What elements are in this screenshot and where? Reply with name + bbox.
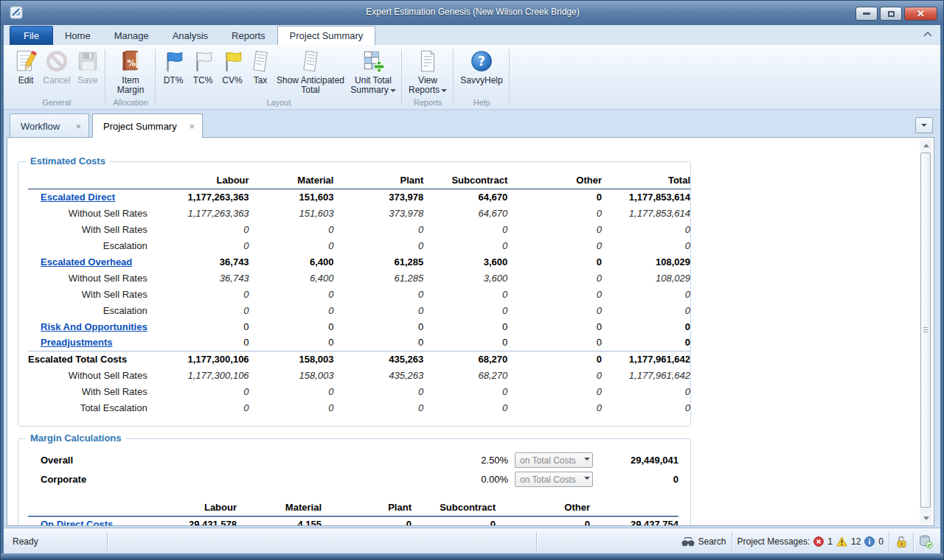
cv-percent-button[interactable]: CV% xyxy=(218,46,247,85)
close-tab-icon[interactable]: × xyxy=(189,122,195,131)
project-messages[interactable]: Project Messages: 1 12 0 xyxy=(738,536,884,547)
show-anticipated-total-button[interactable]: Show Anticipated Total xyxy=(274,46,347,95)
value-cell: 0 xyxy=(322,516,412,526)
estimated-costs-groupbox: Estimated Costs Labour Material Plant Su… xyxy=(18,161,691,427)
close-tab-icon[interactable]: × xyxy=(75,122,81,131)
close-button[interactable]: ✕ xyxy=(904,7,937,21)
savvyhelp-button[interactable]: ? SavvyHelp xyxy=(457,46,507,85)
save-label: Save xyxy=(77,76,97,85)
group-label-help: Help xyxy=(457,97,507,109)
tab-file[interactable]: File xyxy=(10,26,53,45)
overall-percent: 2.50% xyxy=(431,455,508,466)
dt-percent-button[interactable]: DT% xyxy=(159,46,188,85)
search-button[interactable]: Search xyxy=(681,536,726,547)
value-cell: 0 xyxy=(507,399,602,416)
row-label: Escalated Direct xyxy=(28,189,148,205)
scroll-up-button[interactable] xyxy=(920,139,932,151)
value-cell: 0 xyxy=(496,516,590,526)
minimize-button[interactable] xyxy=(856,7,878,21)
vertical-scrollbar[interactable] xyxy=(920,139,932,524)
value-cell: 0 xyxy=(423,237,507,253)
corporate-percent: 0.00% xyxy=(431,474,508,485)
search-label: Search xyxy=(698,536,726,547)
value-cell: 1,177,961,642 xyxy=(602,351,690,367)
risk-and-opportunities-link[interactable]: Risk And Opportunities xyxy=(41,321,148,332)
separator xyxy=(536,532,537,551)
save-button[interactable]: Save xyxy=(73,46,103,85)
info-icon xyxy=(864,536,875,547)
cancel-button[interactable]: Cancel xyxy=(41,46,73,85)
cancel-label: Cancel xyxy=(43,76,70,85)
value-cell: 0 xyxy=(249,399,334,416)
maximize-button[interactable] xyxy=(880,7,902,21)
doc-tab-workflow[interactable]: Workflow × xyxy=(10,113,89,138)
tab-analysis[interactable]: Analysis xyxy=(161,27,220,45)
title-bar: Expert Estimation Genesis (New Wilson Cr… xyxy=(1,1,944,25)
item-margin-button[interactable]: % Item Margin xyxy=(108,46,153,95)
unit-total-summary-button[interactable]: Unit Total Summary xyxy=(347,46,399,95)
value-cell: 0 xyxy=(148,383,249,399)
corporate-basis-select[interactable]: on Total Costs xyxy=(515,472,593,487)
triangle-up-icon xyxy=(923,144,929,147)
cost-row: Preadjustments000000 xyxy=(28,335,690,351)
scrollbar-thumb[interactable] xyxy=(920,153,931,508)
row-label: Without Sell Rates xyxy=(28,367,148,383)
value-cell: 0 xyxy=(507,237,602,253)
value-cell: 0 xyxy=(602,286,690,302)
status-ready: Ready xyxy=(13,536,38,547)
overall-basis-select[interactable]: on Total Costs xyxy=(515,452,593,468)
tab-list-dropdown-button[interactable] xyxy=(915,117,933,133)
value-cell: 0 xyxy=(602,383,690,399)
row-label: With Sell Rates xyxy=(28,383,148,399)
value-cell: 0 xyxy=(333,286,423,302)
tab-reports[interactable]: Reports xyxy=(220,27,277,45)
database-status-icon[interactable] xyxy=(919,535,933,548)
cost-row: With Sell Rates000000 xyxy=(28,221,690,237)
col-subcontract: Subcontract xyxy=(423,168,507,189)
group-label-reports: Reports xyxy=(405,97,451,109)
value-cell: 0 xyxy=(423,335,507,351)
ribbon: Edit Cancel Save General xyxy=(4,45,940,110)
blue-flag-icon xyxy=(161,49,186,74)
value-cell: 0 xyxy=(249,302,334,318)
preadjustments-link[interactable]: Preadjustments xyxy=(41,337,113,348)
value-cell: 64,670 xyxy=(423,189,507,205)
cost-row: Risk And Opportunities000000 xyxy=(28,318,690,335)
application-window: { "window": { "title": "Expert Estimatio… xyxy=(0,0,944,560)
white-flag-icon xyxy=(190,49,215,74)
tab-project-summary[interactable]: Project Summary xyxy=(277,26,376,45)
value-cell: 435,263 xyxy=(333,367,423,383)
group-label-allocation: Allocation xyxy=(108,97,153,109)
value-cell: 0 xyxy=(507,367,602,383)
tax-button[interactable]: Tax xyxy=(247,46,274,85)
info-count: 0 xyxy=(878,536,884,547)
unit-total-summary-label: Unit Total Summary xyxy=(347,76,399,95)
value-cell: 0 xyxy=(423,383,507,399)
tc-percent-button[interactable]: TC% xyxy=(188,46,218,85)
tab-manage[interactable]: Manage xyxy=(103,27,161,45)
scroll-down-button[interactable] xyxy=(920,512,932,524)
cost-row: Without Sell Rates36,7436,40061,2853,600… xyxy=(28,270,690,286)
lock-icon[interactable] xyxy=(895,535,908,548)
col-material: Material xyxy=(249,168,334,189)
close-icon: ✕ xyxy=(917,9,925,18)
anticipated-total-icon xyxy=(298,49,323,74)
value-cell: 0 xyxy=(507,189,602,205)
dropdown-caret-icon xyxy=(390,89,396,92)
value-cell: 0 xyxy=(333,237,423,253)
view-reports-button[interactable]: View Reports xyxy=(405,46,451,95)
value-cell: 0 xyxy=(602,302,690,318)
value-cell: 68,270 xyxy=(423,351,507,367)
escalated-overhead-link[interactable]: Escalated Overhead xyxy=(41,256,132,267)
on-direct-costs-link[interactable]: On Direct Costs xyxy=(41,519,113,526)
edit-label: Edit xyxy=(18,76,34,85)
row-label: Escalated Total Costs xyxy=(28,351,148,367)
collapse-ribbon-icon[interactable] xyxy=(923,30,933,38)
value-cell: 0 xyxy=(249,237,334,253)
tab-home[interactable]: Home xyxy=(53,27,103,45)
view-reports-icon xyxy=(415,49,440,74)
edit-button[interactable]: Edit xyxy=(11,46,41,85)
doc-tab-project-summary[interactable]: Project Summary × xyxy=(92,113,203,138)
escalated-direct-link[interactable]: Escalated Direct xyxy=(41,192,115,203)
error-icon xyxy=(813,536,824,547)
